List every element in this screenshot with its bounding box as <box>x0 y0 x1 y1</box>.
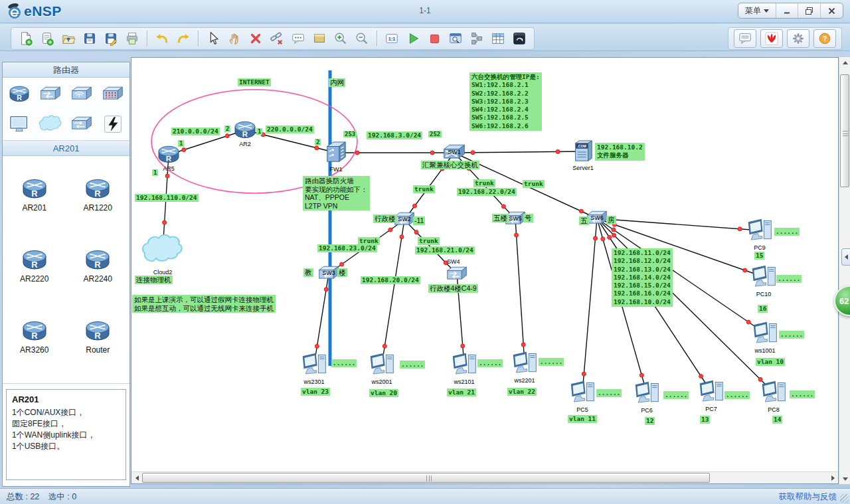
new-topology-button[interactable] <box>16 29 36 48</box>
scroll-up-button[interactable] <box>839 57 850 68</box>
category-connection[interactable] <box>99 110 127 138</box>
node-PC10[interactable]: PC10 <box>748 264 779 290</box>
horizontal-scroll-thumb[interactable] <box>142 473 710 483</box>
pan-button[interactable] <box>224 29 244 48</box>
node-ws2201[interactable]: ws2201 <box>509 350 540 377</box>
svg-text:1:1: 1:1 <box>388 36 396 42</box>
open-button[interactable] <box>58 29 78 48</box>
new-topology-icon <box>19 31 33 46</box>
sidebar-splitter[interactable] <box>3 383 129 384</box>
device-model-AR2220[interactable]: RAR2220 <box>3 231 66 302</box>
help-button[interactable]: ? <box>813 29 836 48</box>
node-SW6[interactable]: SW6 <box>586 209 608 228</box>
pc-icon <box>449 351 479 378</box>
toolbar-main-group: 1:1 <box>11 27 535 50</box>
note-annotation: 路由器换防火墙 要实现的功能如下： NAT、PPPOE L2TP VPN <box>303 176 370 210</box>
undo-icon <box>155 31 169 46</box>
net-label: ...... <box>779 331 804 339</box>
toolbar-separator <box>147 31 147 46</box>
net-label: ...... <box>774 228 800 236</box>
category-terminal[interactable] <box>5 110 33 138</box>
node-ws1001[interactable]: ws1001 <box>750 320 780 347</box>
scroll-down-button[interactable] <box>839 473 850 484</box>
print-button[interactable] <box>122 29 142 48</box>
category-hub[interactable] <box>68 110 96 138</box>
redo-button[interactable] <box>173 29 193 48</box>
topology-color-button[interactable] <box>467 29 487 48</box>
node-label: PC10 <box>756 291 772 297</box>
delete-link-button[interactable] <box>267 29 287 48</box>
resize-grip[interactable] <box>840 494 849 503</box>
node-ws2101[interactable]: ws2101 <box>449 351 479 378</box>
select-button[interactable] <box>203 29 223 48</box>
stop-device-button[interactable] <box>424 29 444 48</box>
options-button[interactable] <box>787 29 809 48</box>
help-feedback-link[interactable]: 获取帮助与反馈 <box>779 491 837 503</box>
vertical-scroll-thumb[interactable] <box>840 74 849 187</box>
device-model-AR201[interactable]: RAR201 <box>3 160 66 231</box>
packet-capture-button[interactable] <box>446 29 466 48</box>
actual-size-button[interactable]: 1:1 <box>382 29 402 48</box>
port-dot <box>400 235 404 239</box>
console-button[interactable] <box>509 29 529 48</box>
node-ws2001[interactable]: ws2001 <box>367 351 397 378</box>
node-SW4[interactable]: SW4 <box>446 265 468 284</box>
port-dot <box>165 174 169 178</box>
huawei-support-button[interactable] <box>760 29 783 48</box>
link-SW5-ws2201[interactable] <box>515 219 525 363</box>
node-Cloud2[interactable]: Cloud2 <box>140 232 185 268</box>
topology-canvas[interactable]: RAR5RAR2FW1SW1.COMServer1Cloud2SW2SW3SW4… <box>131 58 838 471</box>
zoom-out-button[interactable] <box>352 29 372 48</box>
node-Server1[interactable]: .COMServer1 <box>572 139 594 164</box>
draw-rectangle-button[interactable] <box>309 29 329 48</box>
link-SW2-ws2001[interactable] <box>382 220 404 365</box>
node-SW3[interactable]: SW3 <box>317 264 340 283</box>
switch-icon <box>39 85 62 104</box>
device-model-AR3260[interactable]: RAR3260 <box>3 301 66 373</box>
text-note-button[interactable] <box>288 29 308 48</box>
undo-button[interactable] <box>152 29 172 48</box>
device-model-Router[interactable]: RRouter <box>66 301 130 373</box>
link-SW6-PC5[interactable] <box>582 218 597 392</box>
save-as-button[interactable] <box>101 29 121 48</box>
address-table-button[interactable] <box>488 29 508 48</box>
node-PC7[interactable]: PC7 <box>696 378 726 405</box>
scroll-left-button[interactable] <box>131 473 142 483</box>
new-test-paper-button[interactable] <box>37 29 57 48</box>
vertical-scrollbar[interactable] <box>839 57 850 484</box>
save-button[interactable] <box>80 29 100 48</box>
node-ws2301[interactable]: ws2301 <box>299 351 329 378</box>
start-device-button[interactable] <box>403 29 423 48</box>
right-panel-collapse-tab[interactable] <box>841 248 850 266</box>
device-model-AR2240[interactable]: RAR2240 <box>66 231 130 302</box>
minimize-button[interactable] <box>776 3 798 18</box>
category-switch[interactable] <box>37 80 64 108</box>
device-model-AR1220[interactable]: RAR1220 <box>66 160 130 231</box>
restore-button[interactable] <box>798 3 820 18</box>
net-label: vlan 21 <box>447 388 476 396</box>
zoom-in-button[interactable] <box>331 29 351 48</box>
node-FW1[interactable]: FW1 <box>325 140 347 165</box>
category-firewall[interactable] <box>99 80 127 108</box>
link-SW6-PC9[interactable] <box>597 218 760 230</box>
close-button[interactable] <box>820 3 843 18</box>
delete-button[interactable] <box>246 29 266 48</box>
node-PC9[interactable]: PC9 <box>744 217 775 244</box>
node-PC8[interactable]: PC8 <box>758 379 789 406</box>
category-router[interactable]: R <box>5 80 33 108</box>
forum-button[interactable] <box>734 29 756 48</box>
huawei-support-icon <box>764 31 779 46</box>
category-cloud[interactable] <box>37 110 64 138</box>
menu-button[interactable]: 菜单 <box>738 3 776 18</box>
node-SW1[interactable]: SW1 <box>442 143 466 163</box>
category-wlan[interactable] <box>68 80 96 108</box>
node-AR2[interactable]: RAR2 <box>232 120 258 140</box>
port-dot <box>521 343 525 347</box>
node-PC5[interactable]: PC5 <box>567 379 598 406</box>
scroll-right-button[interactable] <box>827 473 838 483</box>
title-bar: eNSP 1-1 菜单 <box>0 0 850 23</box>
svg-text:R: R <box>31 260 38 270</box>
node-AR5[interactable]: RAR5 <box>156 145 181 165</box>
node-PC6[interactable]: PC6 <box>632 380 662 406</box>
horizontal-scrollbar[interactable] <box>131 471 838 483</box>
